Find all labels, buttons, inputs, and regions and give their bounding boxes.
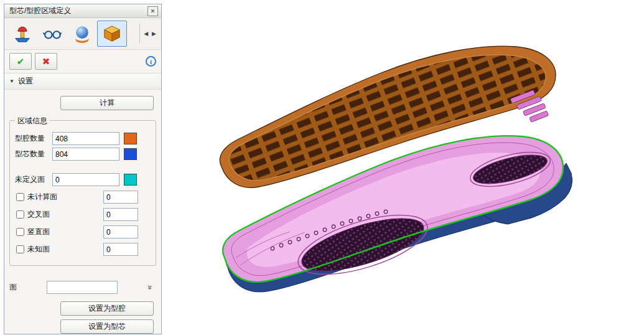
crossing-faces-checkbox[interactable] xyxy=(16,210,24,219)
dialog-titlebar[interactable]: 型芯/型腔区域定义 ✕ xyxy=(4,4,161,18)
uncalculated-faces-count[interactable] xyxy=(103,191,138,204)
glasses-tool-button[interactable] xyxy=(37,21,67,47)
parting-box-tool-button[interactable] xyxy=(97,21,127,47)
core-count-input[interactable] xyxy=(52,148,119,161)
confirm-row: ✔ ✖ i xyxy=(4,50,161,73)
undefined-faces-input[interactable] xyxy=(52,173,119,186)
cancel-x-icon: ✖ xyxy=(42,56,50,67)
glasses-icon xyxy=(42,24,62,44)
vertical-faces-count[interactable] xyxy=(103,225,138,238)
sphere-tool-button[interactable] xyxy=(67,21,97,47)
action-buttons: 设置为型腔 设置为型芯 xyxy=(9,301,156,334)
undefined-color-swatch[interactable] xyxy=(124,174,137,186)
crossing-faces-label: 交叉面 xyxy=(27,209,103,220)
expand-chevron-icon[interactable]: » xyxy=(146,285,154,290)
calculate-button[interactable]: 计算 xyxy=(60,96,154,110)
face-selection-input[interactable] xyxy=(47,281,118,294)
face-label: 面 xyxy=(9,282,47,293)
set-as-core-button[interactable]: 设置为型芯 xyxy=(60,319,154,334)
mold-tool-button[interactable] xyxy=(7,21,37,47)
settings-section-header[interactable]: ▼ 设置 xyxy=(4,73,161,90)
settings-header-label: 设置 xyxy=(18,76,33,87)
nav-right-icon[interactable]: ▶ xyxy=(150,29,158,38)
cavity-count-input[interactable] xyxy=(52,132,119,145)
close-icon: ✕ xyxy=(151,8,156,14)
uncalculated-faces-label: 未计算面 xyxy=(27,192,103,202)
collapse-arrow-icon: ▼ xyxy=(9,78,14,84)
dialog-title: 型芯/型腔区域定义 xyxy=(9,6,147,16)
info-button[interactable]: i xyxy=(146,56,156,67)
vertical-faces-row: 竖直面 xyxy=(15,225,151,238)
toolbar-divider xyxy=(139,24,140,44)
crossing-faces-count[interactable] xyxy=(103,208,138,221)
panel-body: 计算 区域信息 型腔数量 型芯数量 未定义面 未计算面 xyxy=(4,90,161,334)
core-count-row: 型芯数量 xyxy=(15,148,151,161)
sole-scene xyxy=(167,0,644,335)
unknown-faces-label: 未知面 xyxy=(27,244,103,255)
core-count-label: 型芯数量 xyxy=(15,149,52,159)
face-picker-row: 面 » xyxy=(9,281,156,294)
nav-left-icon[interactable]: ◀ xyxy=(142,29,150,38)
3d-viewport[interactable] xyxy=(167,0,644,335)
tool-strip: ◀ ▶ xyxy=(4,18,161,50)
set-as-cavity-button[interactable]: 设置为型腔 xyxy=(60,301,154,316)
mold-tool-icon xyxy=(12,24,32,44)
undefined-faces-label: 未定义面 xyxy=(15,174,52,185)
region-info-group: 区域信息 型腔数量 型芯数量 未定义面 未计算面 xyxy=(9,120,156,266)
vertical-faces-checkbox[interactable] xyxy=(16,228,24,236)
core-cavity-region-dialog: 型芯/型腔区域定义 ✕ xyxy=(4,4,162,334)
parting-box-icon xyxy=(102,24,122,44)
unknown-faces-row: 未知面 xyxy=(15,243,151,256)
shaded-sphere-icon xyxy=(72,24,92,44)
core-color-swatch[interactable] xyxy=(124,148,137,160)
cancel-button[interactable]: ✖ xyxy=(35,53,57,70)
uncalculated-faces-checkbox[interactable] xyxy=(16,193,24,201)
crossing-faces-row: 交叉面 xyxy=(15,208,151,221)
uncalculated-faces-row: 未计算面 xyxy=(15,191,151,204)
cavity-count-label: 型腔数量 xyxy=(15,133,52,144)
cavity-color-swatch[interactable] xyxy=(124,133,137,144)
ok-check-icon: ✔ xyxy=(17,56,25,67)
region-info-title: 区域信息 xyxy=(15,116,50,126)
ok-button[interactable]: ✔ xyxy=(9,53,32,70)
info-icon: i xyxy=(150,58,152,65)
undefined-faces-row: 未定义面 xyxy=(15,173,151,186)
vertical-faces-label: 竖直面 xyxy=(27,227,103,237)
cavity-count-row: 型腔数量 xyxy=(15,132,151,145)
unknown-faces-count[interactable] xyxy=(103,243,138,256)
unknown-faces-checkbox[interactable] xyxy=(16,245,24,253)
close-button[interactable]: ✕ xyxy=(147,6,158,16)
